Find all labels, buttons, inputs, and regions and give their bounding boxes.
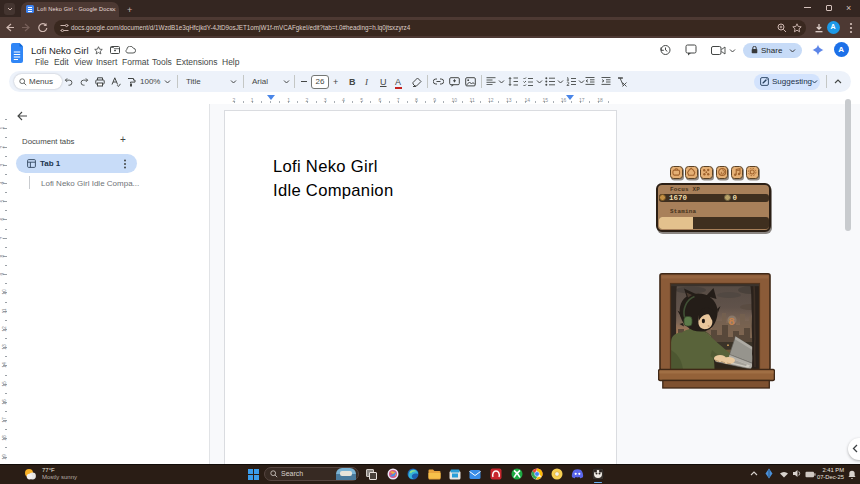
svg-text:8: 8 [728,316,735,328]
